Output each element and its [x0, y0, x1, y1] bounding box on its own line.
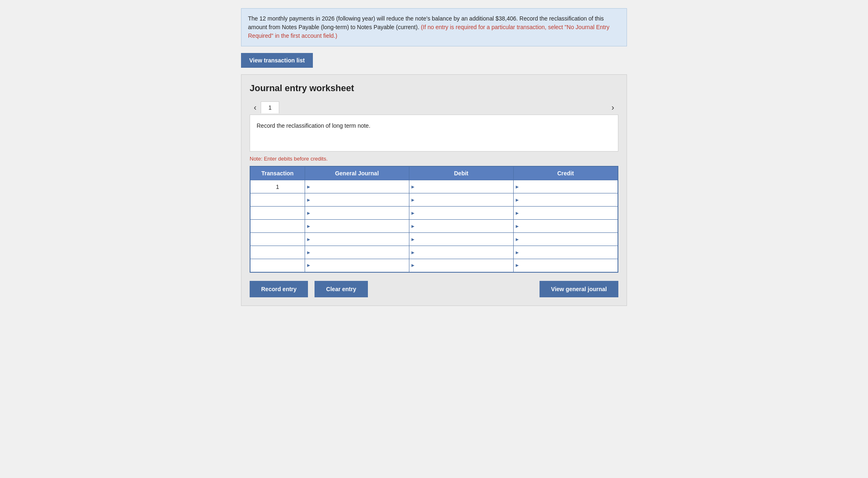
general-journal-input-5[interactable]: [312, 233, 409, 246]
general-journal-input-2[interactable]: [312, 193, 409, 206]
debit-input-5[interactable]: [417, 233, 513, 246]
header-debit: Debit: [409, 166, 513, 180]
header-general-journal: General Journal: [305, 166, 409, 180]
cell-arrow-icon: ►: [305, 210, 312, 216]
tab-1[interactable]: 1: [261, 101, 280, 113]
table-row: ► ► ►: [250, 207, 618, 220]
cell-arrow-icon: ►: [514, 210, 521, 216]
credit-cell-7[interactable]: ►: [513, 259, 618, 272]
debit-cell-3[interactable]: ►: [409, 207, 513, 220]
cell-arrow-icon: ►: [305, 262, 312, 268]
instruction-box: The 12 monthly payments in 2026 (followi…: [241, 8, 627, 46]
credit-cell-4[interactable]: ►: [513, 220, 618, 233]
record-entry-button[interactable]: Record entry: [250, 281, 308, 297]
table-row: ► ► ►: [250, 220, 618, 233]
table-row: ► ► ►: [250, 233, 618, 246]
worksheet-title: Journal entry worksheet: [250, 83, 618, 94]
transaction-cell-4: [250, 220, 305, 233]
cell-arrow-icon: ►: [409, 223, 417, 229]
credit-input-7[interactable]: [521, 259, 618, 272]
note-text: Note: Enter debits before credits.: [250, 156, 618, 162]
prev-tab-button[interactable]: ‹: [250, 100, 261, 115]
next-tab-button[interactable]: ›: [607, 100, 618, 115]
table-row: 1 ► ► ►: [250, 180, 618, 193]
cell-arrow-icon: ►: [514, 237, 521, 242]
general-journal-cell-2[interactable]: ►: [305, 193, 409, 207]
debit-input-3[interactable]: [417, 207, 513, 219]
general-journal-input-3[interactable]: [312, 207, 409, 219]
transaction-cell-1: 1: [250, 180, 305, 193]
debit-input-6[interactable]: [417, 246, 513, 259]
table-header-row: Transaction General Journal Debit Credit: [250, 166, 618, 180]
transaction-cell-5: [250, 233, 305, 246]
credit-input-4[interactable]: [521, 220, 618, 232]
cell-arrow-icon: ►: [514, 250, 521, 255]
header-credit: Credit: [513, 166, 618, 180]
cell-arrow-icon: ►: [409, 197, 417, 203]
credit-cell-2[interactable]: ►: [513, 193, 618, 207]
debit-input-7[interactable]: [417, 259, 513, 272]
general-journal-cell-1[interactable]: ►: [305, 180, 409, 193]
transaction-cell-6: [250, 246, 305, 259]
credit-input-2[interactable]: [521, 193, 618, 206]
general-journal-input-1[interactable]: [312, 180, 409, 193]
cell-arrow-icon: ►: [305, 197, 312, 203]
worksheet-container: Journal entry worksheet ‹ 1 › Record the…: [241, 74, 627, 306]
transaction-cell-7: [250, 259, 305, 272]
credit-cell-5[interactable]: ►: [513, 233, 618, 246]
credit-input-6[interactable]: [521, 246, 618, 259]
header-transaction: Transaction: [250, 166, 305, 180]
general-journal-cell-5[interactable]: ►: [305, 233, 409, 246]
debit-cell-1[interactable]: ►: [409, 180, 513, 193]
general-journal-cell-3[interactable]: ►: [305, 207, 409, 220]
debit-cell-2[interactable]: ►: [409, 193, 513, 207]
debit-cell-5[interactable]: ►: [409, 233, 513, 246]
table-row: ► ► ►: [250, 259, 618, 272]
cell-arrow-icon: ►: [305, 223, 312, 229]
debit-input-4[interactable]: [417, 220, 513, 232]
debit-cell-6[interactable]: ►: [409, 246, 513, 259]
view-general-journal-button[interactable]: View general journal: [540, 281, 618, 297]
cell-arrow-icon: ►: [409, 262, 417, 268]
credit-cell-1[interactable]: ►: [513, 180, 618, 193]
credit-input-3[interactable]: [521, 207, 618, 219]
cell-arrow-icon: ►: [514, 197, 521, 203]
general-journal-input-7[interactable]: [312, 259, 409, 272]
clear-entry-button[interactable]: Clear entry: [315, 281, 367, 297]
general-journal-cell-6[interactable]: ►: [305, 246, 409, 259]
general-journal-input-4[interactable]: [312, 220, 409, 232]
cell-arrow-icon: ►: [409, 237, 417, 242]
cell-arrow-icon: ►: [409, 210, 417, 216]
cell-arrow-icon: ►: [514, 262, 521, 268]
cell-arrow-icon: ►: [409, 250, 417, 255]
tab-navigation: ‹ 1 ›: [250, 100, 618, 115]
debit-input-2[interactable]: [417, 193, 513, 206]
journal-table: Transaction General Journal Debit Credit…: [250, 166, 618, 273]
credit-cell-3[interactable]: ►: [513, 207, 618, 220]
transaction-cell-2: [250, 193, 305, 207]
credit-input-5[interactable]: [521, 233, 618, 246]
general-journal-cell-4[interactable]: ►: [305, 220, 409, 233]
description-text: Record the reclassification of long term…: [257, 122, 370, 129]
table-row: ► ► ►: [250, 246, 618, 259]
transaction-cell-3: [250, 207, 305, 220]
button-row: Record entry Clear entry View general jo…: [250, 281, 618, 297]
view-transaction-button[interactable]: View transaction list: [241, 53, 313, 68]
cell-arrow-icon: ►: [305, 184, 312, 190]
debit-cell-4[interactable]: ►: [409, 220, 513, 233]
general-journal-cell-7[interactable]: ►: [305, 259, 409, 272]
credit-cell-6[interactable]: ►: [513, 246, 618, 259]
credit-input-1[interactable]: [521, 180, 618, 193]
cell-arrow-icon: ►: [514, 223, 521, 229]
general-journal-input-6[interactable]: [312, 246, 409, 259]
description-box: Record the reclassification of long term…: [250, 115, 618, 152]
cell-arrow-icon: ►: [409, 184, 417, 190]
cell-arrow-icon: ►: [514, 184, 521, 190]
debit-cell-7[interactable]: ►: [409, 259, 513, 272]
table-row: ► ► ►: [250, 193, 618, 207]
cell-arrow-icon: ►: [305, 250, 312, 255]
cell-arrow-icon: ►: [305, 237, 312, 242]
debit-input-1[interactable]: [417, 180, 513, 193]
